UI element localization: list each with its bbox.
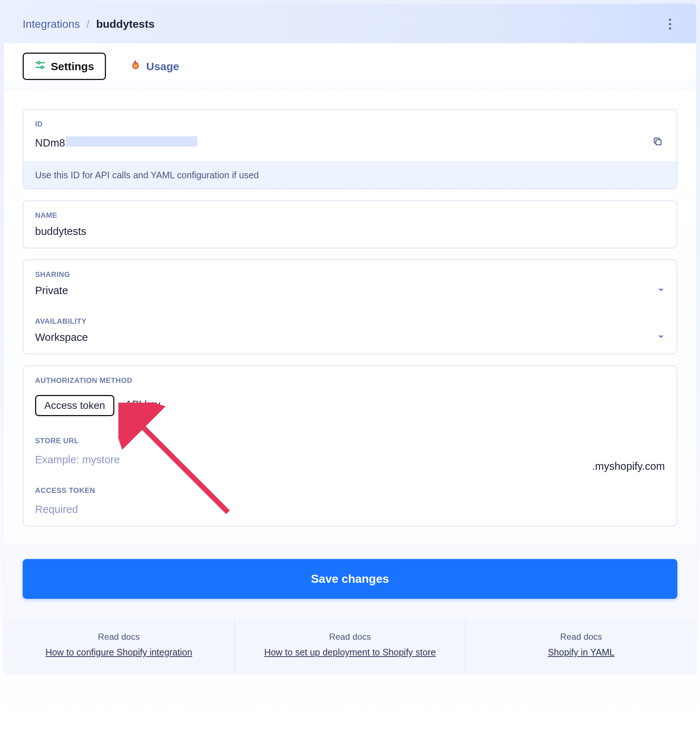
svg-point-6 <box>41 66 43 68</box>
sharing-value: Private <box>35 285 68 297</box>
breadcrumb-parent[interactable]: Integrations <box>23 18 80 30</box>
content-area: ID NDm8 Use this ID for API calls and YA… <box>4 90 696 546</box>
tab-usage[interactable]: Usage <box>119 54 190 79</box>
doc-link-deployment[interactable]: How to set up deployment to Shopify stor… <box>242 647 458 658</box>
sharing-select[interactable]: Private <box>23 280 677 307</box>
kebab-menu-icon[interactable] <box>663 17 677 31</box>
id-card: ID NDm8 Use this ID for API calls and YA… <box>23 109 677 189</box>
availability-value: Workspace <box>35 331 88 343</box>
docs-row: Read docs How to configure Shopify integ… <box>4 619 696 674</box>
svg-rect-7 <box>656 140 661 145</box>
name-label: NAME <box>23 201 677 221</box>
breadcrumb: Integrations / buddytests <box>23 18 155 30</box>
svg-point-4 <box>38 62 40 64</box>
id-label: ID <box>23 110 677 130</box>
access-token-input[interactable]: Required <box>35 499 665 515</box>
auth-method-options: Access token API key <box>35 395 665 416</box>
auth-card: AUTHORIZATION METHOD Access token API ke… <box>23 365 677 527</box>
svg-point-0 <box>669 19 671 21</box>
store-url-input[interactable]: Example: mystore <box>35 450 665 466</box>
store-url-label: STORE URL <box>23 426 677 447</box>
doc-label: Read docs <box>242 632 458 642</box>
page-header: Integrations / buddytests <box>4 4 696 43</box>
doc-col-1: Read docs How to configure Shopify integ… <box>4 619 235 674</box>
tab-settings[interactable]: Settings <box>23 53 106 80</box>
sharing-label: SHARING <box>23 260 677 280</box>
store-url-field[interactable]: Example: mystore .myshopify.com <box>23 447 677 476</box>
sharing-availability-card: SHARING Private AVAILABILITY Workspace <box>23 259 677 355</box>
svg-point-1 <box>669 23 671 25</box>
doc-label: Read docs <box>473 632 689 642</box>
store-url-suffix: .myshopify.com <box>592 460 665 472</box>
save-area: Save changes <box>4 546 696 619</box>
access-token-label: ACCESS TOKEN <box>23 476 677 496</box>
copy-id-button[interactable] <box>650 134 665 151</box>
chevron-down-icon <box>657 285 665 297</box>
name-value[interactable]: buddytests <box>23 221 677 248</box>
doc-label: Read docs <box>11 632 227 642</box>
doc-col-2: Read docs How to set up deployment to Sh… <box>235 619 466 674</box>
tabs: Settings Usage <box>4 43 696 90</box>
availability-select[interactable]: Workspace <box>23 327 677 354</box>
svg-point-2 <box>669 28 671 29</box>
breadcrumb-separator: / <box>87 18 89 30</box>
availability-label: AVAILABILITY <box>23 307 677 327</box>
doc-col-3: Read docs Shopify in YAML <box>466 619 696 674</box>
settings-sliders-icon <box>35 60 46 73</box>
auth-option-api-key[interactable]: API key <box>117 395 168 416</box>
access-token-field[interactable]: Required <box>23 496 677 526</box>
id-prefix: NDm8 <box>35 137 65 149</box>
save-changes-button[interactable]: Save changes <box>23 559 677 599</box>
chevron-down-icon <box>657 332 665 343</box>
auth-method-label: AUTHORIZATION METHOD <box>23 366 677 386</box>
name-card: NAME buddytests <box>23 200 677 248</box>
id-value: NDm8 <box>35 136 197 149</box>
doc-link-configure[interactable]: How to configure Shopify integration <box>11 647 227 658</box>
tab-settings-label: Settings <box>51 60 94 73</box>
flame-icon <box>130 60 141 73</box>
auth-option-access-token[interactable]: Access token <box>35 395 114 416</box>
main-panel: Settings Usage ID NDm8 <box>4 43 696 674</box>
doc-link-yaml[interactable]: Shopify in YAML <box>473 647 689 658</box>
id-hint: Use this ID for API calls and YAML confi… <box>23 162 677 188</box>
id-masked-portion <box>66 136 197 146</box>
breadcrumb-current: buddytests <box>96 18 155 30</box>
tab-usage-label: Usage <box>146 60 179 73</box>
